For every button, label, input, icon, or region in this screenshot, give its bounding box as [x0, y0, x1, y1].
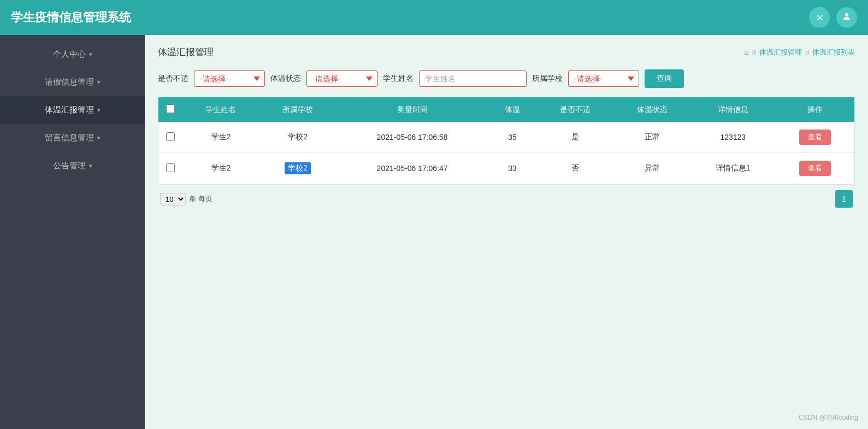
col-student-name: 学生姓名 [182, 97, 259, 122]
table-row: 学生2 学校2 2021-05-06 17:06:58 35 是 正常 1231… [158, 122, 854, 153]
query-button[interactable]: 查询 [645, 69, 684, 88]
filter-select-school[interactable]: -请选择- 学校1 学校2 [568, 70, 639, 87]
cell-school-highlighted: 学校2 [259, 153, 336, 184]
row-checkbox[interactable] [166, 163, 175, 172]
sidebar-item-message-management[interactable]: 留言信息管理 ▾ [0, 124, 145, 152]
filter-input-student-name[interactable] [419, 70, 527, 87]
app-header: 学生疫情信息管理系统 ✕ [0, 0, 868, 35]
content-area: 体温汇报管理 ⌂ II 体温汇报管理 II 体温汇报列表 是否不适 -请选择- … [145, 35, 868, 429]
cell-student-name: 学生2 [182, 122, 259, 153]
sidebar: 个人中心 ▾ 请假信息管理 ▾ 体温汇报管理 ▾ 留言信息管理 ▾ 公告管理 ▾ [0, 35, 145, 429]
row-checkbox[interactable] [166, 132, 175, 141]
sidebar-item-label: 公告管理 [53, 161, 86, 171]
breadcrumb-sep2: II [805, 48, 809, 56]
cell-temperature: 35 [488, 122, 537, 153]
breadcrumb: ⌂ II 体温汇报管理 II 体温汇报列表 [745, 48, 855, 57]
sidebar-item-arrow: ▾ [97, 134, 101, 142]
cell-measure-time: 2021-05-06 17:06:58 [336, 122, 488, 153]
per-page-select[interactable]: 10 20 50 [160, 193, 186, 205]
highlighted-school-text: 学校2 [285, 162, 311, 174]
home-icon: ⌂ [745, 48, 749, 56]
col-uncomfortable: 是否不适 [537, 97, 614, 122]
view-button[interactable]: 查看 [799, 130, 831, 145]
sidebar-item-personal-center[interactable]: 个人中心 ▾ [0, 40, 145, 68]
table-header-row: 学生姓名 所属学校 测量时间 体温 是否不适 体温状态 详情信息 操作 [158, 97, 854, 122]
cell-uncomfortable: 是 [537, 122, 614, 153]
sidebar-item-arrow: ▾ [89, 162, 92, 169]
cell-school: 学校2 [259, 122, 336, 153]
filter-label-school: 所属学校 [532, 74, 563, 84]
sidebar-item-label: 请假信息管理 [45, 77, 94, 87]
col-measure-time: 测量时间 [336, 97, 488, 122]
sidebar-item-label: 体温汇报管理 [45, 105, 94, 115]
view-button[interactable]: 查看 [799, 161, 831, 176]
user-icon [842, 11, 852, 23]
select-all-checkbox[interactable] [166, 104, 175, 113]
settings-icon: ✕ [816, 13, 823, 23]
per-page-label: 条 每页 [189, 194, 212, 204]
filter-label-temp-status: 体温状态 [270, 74, 301, 84]
sidebar-item-arrow: ▾ [97, 79, 101, 86]
table-header-checkbox [158, 97, 182, 122]
filter-select-uncomfortable[interactable]: -请选择- 是 否 [194, 70, 265, 87]
sidebar-item-arrow: ▾ [89, 51, 92, 58]
watermark: CSDN @花椒coding [799, 413, 858, 422]
cell-detail: 详情信息1 [690, 153, 775, 184]
filter-select-temp-status[interactable]: -请选择- 正常 异常 [306, 70, 377, 87]
page-header: 体温汇报管理 ⌂ II 体温汇报管理 II 体温汇报列表 [158, 46, 855, 58]
breadcrumb-link1: 体温汇报管理 [759, 48, 802, 57]
col-school: 所属学校 [259, 97, 336, 122]
cell-measure-time: 2021-05-06 17:06:47 [336, 153, 488, 184]
cell-temp-status: 正常 [613, 122, 690, 153]
cell-temp-status: 异常 [613, 153, 690, 184]
header-icons: ✕ [809, 7, 857, 28]
row-checkbox-cell [158, 153, 182, 184]
col-action: 操作 [775, 97, 854, 122]
cell-detail: 123123 [690, 122, 775, 153]
sidebar-item-notice-management[interactable]: 公告管理 ▾ [0, 152, 145, 180]
filter-label-student-name: 学生姓名 [383, 74, 414, 84]
cell-uncomfortable: 否 [537, 153, 614, 184]
breadcrumb-current: 体温汇报列表 [812, 48, 855, 57]
svg-point-0 [845, 13, 848, 16]
sidebar-item-label: 个人中心 [53, 49, 86, 60]
sidebar-item-arrow: ▾ [97, 107, 101, 114]
cell-temperature: 33 [488, 153, 537, 184]
cell-student-name: 学生2 [182, 153, 259, 184]
table-footer: 10 20 50 条 每页 1 [158, 185, 855, 213]
breadcrumb-sep1: II [752, 48, 756, 56]
col-temperature: 体温 [488, 97, 537, 122]
user-icon-button[interactable] [836, 7, 857, 28]
table-row: 学生2 学校2 2021-05-06 17:06:47 33 否 异常 详情信息… [158, 153, 854, 184]
sidebar-item-label: 留言信息管理 [45, 133, 94, 143]
data-table: 学生姓名 所属学校 测量时间 体温 是否不适 体温状态 详情信息 操作 [158, 97, 854, 184]
per-page-control: 10 20 50 条 每页 [160, 193, 212, 205]
page-button-1[interactable]: 1 [835, 190, 853, 208]
data-table-wrapper: 学生姓名 所属学校 测量时间 体温 是否不适 体温状态 详情信息 操作 [158, 97, 855, 185]
page-title: 体温汇报管理 [158, 46, 214, 58]
pagination: 1 [835, 190, 853, 208]
col-detail: 详情信息 [690, 97, 775, 122]
col-temp-status: 体温状态 [613, 97, 690, 122]
filter-label-uncomfortable: 是否不适 [158, 74, 188, 84]
settings-icon-button[interactable]: ✕ [809, 7, 830, 28]
cell-action: 查看 [775, 122, 854, 153]
main-layout: 个人中心 ▾ 请假信息管理 ▾ 体温汇报管理 ▾ 留言信息管理 ▾ 公告管理 ▾… [0, 35, 868, 429]
sidebar-item-temperature-management[interactable]: 体温汇报管理 ▾ [0, 96, 145, 124]
cell-action: 查看 [775, 153, 854, 184]
row-checkbox-cell [158, 122, 182, 153]
app-title: 学生疫情信息管理系统 [11, 9, 131, 26]
filter-bar: 是否不适 -请选择- 是 否 体温状态 -请选择- 正常 异常 学生姓名 所属学… [158, 69, 855, 88]
sidebar-item-leave-management[interactable]: 请假信息管理 ▾ [0, 68, 145, 96]
